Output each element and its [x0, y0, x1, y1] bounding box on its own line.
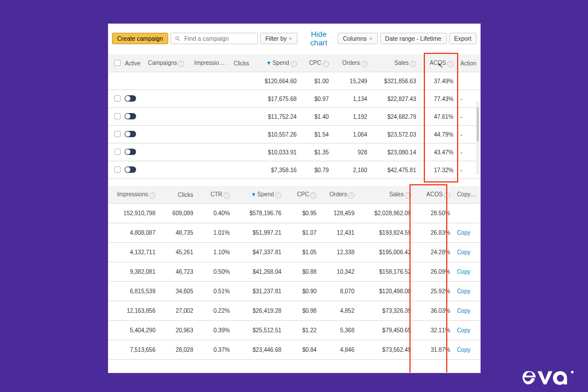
col2-impressions[interactable]: Impressionsi [109, 186, 159, 204]
table-row[interactable]: $7,358.16$0.792,160$42,475.8117.32%- [109, 161, 480, 179]
table-row[interactable]: 6,815,53934,6050.51%$31,237.81$0.908,070… [109, 282, 480, 301]
cell-action [457, 72, 480, 90]
copy-link[interactable]: Copy [454, 262, 480, 282]
cell-spend: $10,557.26 [253, 126, 300, 143]
col2-orders[interactable]: Ordersi [320, 186, 358, 204]
active-toggle[interactable] [125, 166, 136, 173]
active-toggle[interactable] [125, 149, 136, 155]
copy-link[interactable]: Copy [454, 301, 480, 321]
cell-campaign [145, 161, 191, 179]
active-toggle[interactable] [125, 131, 136, 137]
table-row[interactable]: $120,664.60$1.0015,249$321,856.6337.49% [109, 72, 480, 90]
search-input[interactable] [183, 34, 254, 42]
table-row[interactable]: $11,752.24$1.401,192$24,682.7947.61%- [109, 108, 480, 126]
cell-impressions: 5,404,290 [109, 321, 159, 340]
cell-spend: $7,358.16 [253, 161, 300, 179]
copy-link[interactable]: Copy [454, 243, 480, 262]
row-checkbox[interactable] [114, 166, 121, 173]
info-icon: i [310, 192, 316, 199]
copy-link[interactable]: Copy [454, 223, 480, 243]
col-campaigns[interactable]: Campaignsi [145, 55, 191, 72]
col2-cpc[interactable]: CPCi [285, 186, 320, 204]
info-icon: i [323, 61, 329, 67]
table-row[interactable]: $10,557.26$1.541,064$23,572.0344.79%- [109, 126, 480, 143]
cell-sales: $193,824.59 [358, 223, 415, 243]
cell-sales: $158,176.52 [358, 262, 415, 282]
col-orders[interactable]: Ordersi [332, 55, 371, 72]
col-spend[interactable]: ▼Spendi [253, 55, 300, 72]
cell-cpc: $1.54 [300, 126, 332, 143]
col-active[interactable]: Active [121, 55, 144, 72]
cell-clicks: 609,099 [159, 204, 197, 223]
cell-campaign [145, 90, 191, 108]
cell-clicks [229, 143, 252, 161]
hide-chart-button[interactable]: Hide chart [302, 28, 335, 49]
col2-spend[interactable]: ▼Spendi [233, 186, 285, 204]
cell-orders: 4,846 [320, 340, 358, 360]
col2-acos[interactable]: ACOSi [415, 186, 454, 204]
table-row[interactable]: 12,163,85627,0020.22%$26,419.28$0.984,85… [109, 301, 480, 321]
copy-link[interactable]: Copy [454, 282, 480, 301]
create-campaign-button[interactable]: Create campaign [112, 33, 168, 44]
campaigns-table: Active Campaignsi Impressionsi Clicks ▼S… [109, 55, 480, 179]
col2-copy[interactable]: Copyi [454, 186, 480, 204]
copy-link[interactable]: Copy [454, 321, 480, 340]
col2-ctr[interactable]: CTRi [197, 186, 234, 204]
col-sales[interactable]: Salesi [371, 55, 420, 72]
cell-cpc: $0.97 [300, 90, 332, 108]
table-row[interactable]: 152,910,798609,0990.40%$578,196.76$0.951… [109, 204, 480, 223]
cell-ctr: 0.40% [197, 204, 234, 223]
row-checkbox[interactable] [114, 95, 121, 102]
cell-ctr: 1.10% [197, 243, 234, 262]
cell-impressions [191, 108, 229, 126]
table-row[interactable]: $10,033.91$1.35928$23,080.1443.47%- [109, 143, 480, 161]
cell-orders: 12,431 [320, 223, 358, 243]
active-toggle[interactable] [125, 95, 136, 102]
col2-clicks[interactable]: Clicks [159, 186, 197, 204]
cell-spend: $17,675.68 [253, 90, 300, 108]
cell-cpc: $0.90 [285, 282, 320, 301]
active-toggle[interactable] [125, 113, 136, 119]
date-range-button[interactable]: Date range - Lifetime [380, 33, 447, 44]
cell-acos: 17.32% [420, 161, 457, 179]
columns-button[interactable]: Columns ⋄ [338, 33, 377, 44]
export-button[interactable]: Export [449, 33, 477, 44]
copy-link[interactable]: Copy [454, 340, 480, 360]
cell-spend: $31,237.81 [233, 282, 285, 301]
select-all-header[interactable] [109, 55, 121, 72]
table-row[interactable]: 9,382,08146,7230.50%$41,268.04$0.8810,34… [109, 262, 480, 282]
table-row[interactable]: 4,808,08748,7351.01%$51,997.21$1.0712,43… [109, 223, 480, 243]
col-clicks[interactable]: Clicks [229, 55, 252, 72]
cell-orders: 1,192 [332, 108, 371, 126]
metrics-table: Impressionsi Clicks CTRi ▼Spendi CPCi Or… [109, 186, 480, 360]
col2-sales[interactable]: Salesi [358, 186, 415, 204]
table-row[interactable]: $17,675.68$0.971,134$22,827.4377.43%- [109, 90, 480, 108]
select-all-checkbox[interactable] [114, 60, 121, 66]
table-row[interactable]: 7,513,65628,0280.37%$23,446.68$0.844,846… [109, 340, 480, 360]
col-impressions[interactable]: Impressionsi [191, 55, 229, 72]
col-acos[interactable]: ACOSi [420, 55, 457, 72]
scrollbar[interactable] [476, 102, 479, 174]
cell-spend: $10,033.91 [253, 143, 300, 161]
filter-button[interactable]: Filter by ⋄ [260, 33, 297, 44]
cell-orders: 8,070 [320, 282, 358, 301]
row-checkbox[interactable] [114, 149, 121, 155]
svg-point-0 [571, 371, 574, 374]
info-icon: i [178, 61, 184, 67]
cell-impressions: 7,513,656 [109, 340, 159, 360]
cell-orders: 12,338 [320, 243, 358, 262]
table-row[interactable]: 4,132,71145,2611.10%$47,337.81$1.0512,33… [109, 243, 480, 262]
cell-campaign [145, 108, 191, 126]
cell-ctr: 0.39% [197, 321, 234, 340]
lower-table-wrap: Impressionsi Clicks CTRi ▼Spendi CPCi Or… [109, 186, 480, 360]
col-cpc[interactable]: CPCi [300, 55, 332, 72]
search-input-wrap[interactable] [171, 33, 258, 44]
row-checkbox[interactable] [114, 131, 121, 137]
cell-sales: $195,006.42 [358, 243, 415, 262]
cell-sales: $321,856.63 [371, 72, 420, 90]
copy-link [454, 204, 480, 223]
col-action[interactable]: Action [457, 55, 480, 72]
table-row[interactable]: 5,404,29020,9630.39%$25,512.51$1.225,368… [109, 321, 480, 340]
row-checkbox[interactable] [114, 113, 121, 119]
cell-campaign [145, 126, 191, 143]
